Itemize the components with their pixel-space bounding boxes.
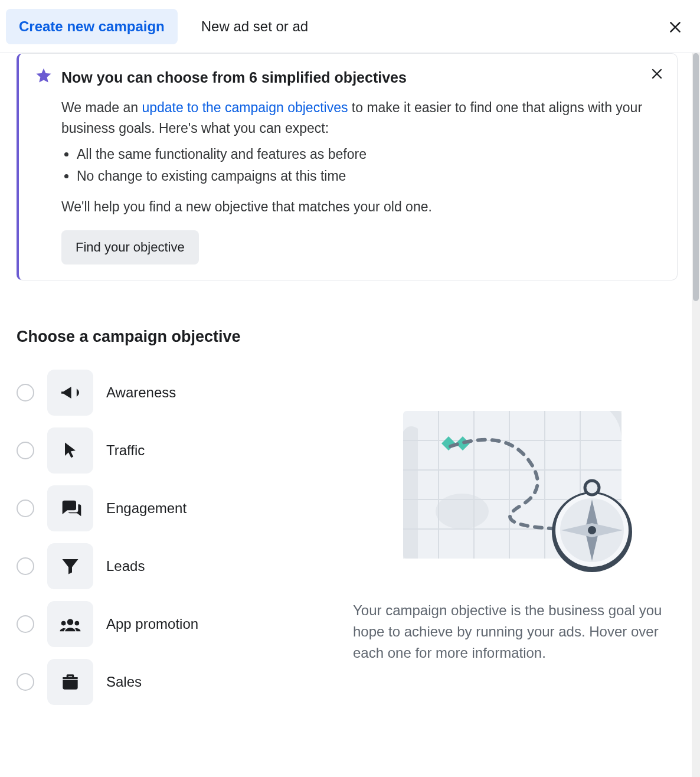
cursor-icon	[60, 440, 81, 461]
objective-label: Traffic	[106, 442, 145, 459]
objective-label: Engagement	[106, 500, 187, 517]
app-promotion-icon-box	[47, 601, 93, 647]
sales-icon-box	[47, 659, 93, 705]
svg-point-14	[588, 526, 596, 534]
objective-label: App promotion	[106, 616, 198, 632]
banner-bullet: No change to existing campaigns at this …	[77, 166, 662, 187]
banner-body-prefix: We made an	[61, 100, 142, 115]
briefcase-icon	[59, 671, 81, 693]
radio-app-promotion[interactable]	[17, 615, 34, 633]
banner-bullets: All the same functionality and features …	[77, 144, 662, 186]
objective-sales[interactable]: Sales	[17, 659, 323, 705]
section-title: Choose a campaign objective	[17, 328, 692, 346]
radio-traffic[interactable]	[17, 442, 34, 459]
radio-sales[interactable]	[17, 673, 34, 691]
objective-engagement[interactable]: Engagement	[17, 485, 323, 531]
objective-info-panel: Your campaign objective is the business …	[347, 370, 678, 705]
objective-label: Awareness	[106, 384, 176, 401]
update-objectives-link[interactable]: update to the campaign objectives	[142, 100, 348, 115]
objectives-list: Awareness Traffic Engagement	[17, 370, 323, 705]
svg-point-10	[436, 494, 489, 529]
objective-info-text: Your campaign objective is the business …	[347, 600, 678, 664]
people-icon	[58, 612, 83, 636]
objective-leads[interactable]: Leads	[17, 543, 323, 589]
tab-create-new-campaign[interactable]: Create new campaign	[6, 9, 178, 44]
traffic-icon-box	[47, 427, 93, 474]
objective-traffic[interactable]: Traffic	[17, 427, 323, 474]
funnel-icon	[60, 556, 81, 577]
megaphone-icon	[58, 381, 82, 404]
radio-leads[interactable]	[17, 557, 34, 575]
banner-helper-text: We'll help you find a new objective that…	[61, 197, 662, 217]
radio-awareness[interactable]	[17, 384, 34, 401]
leads-icon-box	[47, 543, 93, 589]
banner-bullet: All the same functionality and features …	[77, 144, 662, 165]
banner-title: Now you can choose from 6 simplified obj…	[61, 69, 407, 86]
svg-point-15	[585, 481, 599, 495]
scrollbar-thumb[interactable]	[693, 53, 699, 301]
vertical-scrollbar[interactable]	[692, 53, 700, 777]
close-button[interactable]	[665, 17, 686, 38]
close-icon	[650, 67, 664, 81]
chat-icon	[58, 497, 82, 520]
objective-awareness[interactable]: Awareness	[17, 370, 323, 416]
star-icon	[34, 67, 53, 88]
find-your-objective-button[interactable]: Find your objective	[61, 230, 199, 265]
close-icon	[668, 19, 683, 35]
banner-body: We made an update to the campaign object…	[61, 97, 662, 265]
awareness-icon-box	[47, 370, 93, 416]
objectives-update-banner: Now you can choose from 6 simplified obj…	[17, 53, 678, 280]
map-compass-illustration	[385, 393, 639, 582]
objective-label: Leads	[106, 558, 145, 574]
objective-label: Sales	[106, 674, 142, 690]
engagement-icon-box	[47, 485, 93, 531]
tab-new-ad-set[interactable]: New ad set or ad	[188, 9, 321, 44]
top-tabs: Create new campaign New ad set or ad	[0, 0, 700, 53]
objective-app-promotion[interactable]: App promotion	[17, 601, 323, 647]
banner-close-button[interactable]	[647, 64, 666, 83]
radio-engagement[interactable]	[17, 500, 34, 517]
